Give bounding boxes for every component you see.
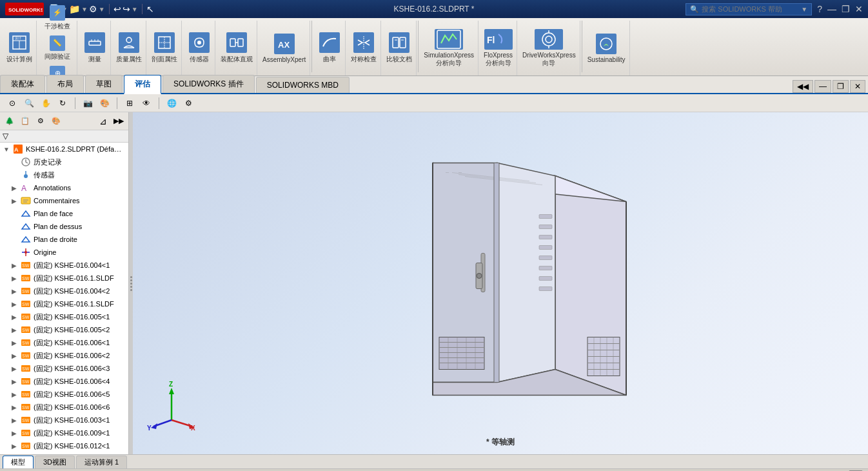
restore-button[interactable]: ❐ — [842, 4, 850, 14]
tree-part-item[interactable]: ▶ SW (固定) KSHE-016.004<2 — [0, 285, 128, 297]
tree-part-item[interactable]: ▶ SW (固定) KSHE-016.012<1 — [0, 439, 128, 452]
toolbar-item-mass[interactable]: 质量属性 — [112, 21, 146, 75]
sustainability-icon[interactable] — [596, 34, 616, 54]
display-style-button[interactable]: 🎨 — [97, 96, 112, 110]
measure-icon[interactable] — [84, 32, 105, 53]
panel-expand-icon[interactable]: ◀◀ — [793, 80, 813, 93]
tree-plan-dessus[interactable]: Plan de dessus — [0, 220, 128, 233]
cursor-icon[interactable]: ↖ — [146, 4, 154, 14]
tree-root[interactable]: ▼ A KSHE-016.2.SLDPRT (Défa… — [0, 143, 128, 155]
toolbar-item-sensor[interactable]: 传感器 — [183, 21, 215, 75]
toolbar-item-check[interactable]: ⚡ 干涉检查 📏 间隙验证 ⊕ 孔对齐 — [38, 21, 77, 75]
zoom-fit-button[interactable]: ⊙ — [5, 96, 19, 110]
tree-origine[interactable]: Origine — [0, 246, 128, 259]
appearance-btn[interactable]: 🎨 — [49, 115, 63, 128]
origine-label: Origine — [34, 248, 56, 256]
mass-icon[interactable] — [119, 32, 139, 53]
hide-show-button[interactable]: 👁 — [139, 96, 153, 110]
tree-part-item[interactable]: ▶ SW (固定) KSHE-016.003<1 — [0, 414, 128, 426]
sensor-icon[interactable] — [189, 32, 210, 53]
toolbar-item-curvature[interactable]: 曲率 — [313, 21, 346, 75]
toolbar-item-design[interactable]: 设计 设计算例 — [3, 21, 37, 75]
tree-sensors[interactable]: 传感器 — [0, 168, 128, 181]
expand-panel-btn[interactable]: ▶▶ — [112, 115, 126, 128]
tree-part-item[interactable]: ▶ SW (固定) KSHE-016.006<3 — [0, 362, 128, 375]
zoom-in-button[interactable]: 🔍 — [22, 96, 36, 110]
tree-part-item[interactable]: ▶ SW (固定) KSHE-016.009<1 — [0, 426, 128, 439]
tree-part-item[interactable]: ▶ SW (固定) KSHE-016.1.SLDF — [0, 297, 128, 310]
config-btn[interactable]: ⚙ — [34, 115, 48, 128]
driveworks-label: DriveWorksXpress向导 — [522, 52, 576, 68]
undo-icon[interactable]: ↩ — [113, 4, 121, 14]
assembly-visual-icon[interactable] — [226, 32, 247, 53]
close-button[interactable]: ✕ — [855, 4, 863, 14]
tree-part-item[interactable]: ▶ SW (固定) KSHE-016.004<1 — [0, 259, 128, 272]
property-btn[interactable]: 📋 — [18, 115, 32, 128]
toolbar-item-symmetry[interactable]: 对称检查 — [347, 21, 381, 75]
minimize-button[interactable]: — — [827, 4, 836, 14]
simulation-icon[interactable] — [435, 29, 463, 50]
search-input[interactable] — [702, 5, 798, 13]
tree-part-item[interactable]: ▶ SW (固定) KSHE-016.1.SLDF — [0, 272, 128, 285]
tree-part-item[interactable]: ▶ SW (固定) KSHE-016.005<1 — [0, 310, 128, 323]
interfere-check[interactable]: ⚡ 干涉检查 — [42, 4, 73, 32]
view-settings-button[interactable]: ⚙ — [181, 96, 195, 110]
feature-tree-btn[interactable]: 🌲 — [3, 115, 17, 128]
rotate-button[interactable]: ↻ — [55, 96, 70, 110]
3d-viewport[interactable]: Z X Y * 等轴测 — [133, 112, 868, 454]
bottom-tab-3d[interactable]: 3D视图 — [35, 456, 75, 468]
tree-part-item[interactable]: ▶ SW (固定) KSHE-016.006<1 — [0, 336, 128, 349]
tree-part-item[interactable]: ▶ SW (固定) KSHE-016.006<6 — [0, 401, 128, 414]
tree-part-item[interactable]: ▶ SW (固定) KSHE-016.006<5 — [0, 388, 128, 401]
tree-part-item[interactable]: ▶ SW (固定) KSHE-016.006<2 — [0, 349, 128, 362]
svg-text:SW: SW — [22, 276, 30, 281]
toolbar-item-section[interactable]: 剖面属性 — [148, 21, 182, 75]
design-calc-icon[interactable]: 设计 — [9, 32, 30, 53]
tree-part-item[interactable]: ▶ SW (固定) KSHE-016.005<2 — [0, 323, 128, 336]
toolbar-item-measure[interactable]: 测量 — [79, 21, 111, 75]
tree-plan-face[interactable]: Plan de face — [0, 207, 128, 220]
xpert-icon[interactable]: AX — [274, 34, 295, 54]
gap-verify[interactable]: 📏 间隙验证 — [42, 34, 73, 63]
tab-layout[interactable]: 布局 — [46, 75, 84, 93]
section-icon[interactable] — [154, 32, 175, 53]
tree-annotations[interactable]: ▶ A Annotations — [0, 181, 128, 194]
search-bar[interactable]: 🔍 ▼ — [686, 3, 812, 15]
flow-icon[interactable]: Fl — [484, 29, 513, 50]
tree-part-item[interactable]: ▶ SW (固定) KSHE-016.006<4 — [0, 375, 128, 388]
tree-history[interactable]: 历史记录 — [0, 155, 128, 168]
curvature-icon[interactable] — [319, 32, 340, 53]
tab-evaluate[interactable]: 评估 — [124, 75, 161, 94]
tree-part-item[interactable]: ▶ SW (固定) KSHE-016.013<1 — [0, 452, 128, 454]
help-icon[interactable]: ? — [817, 4, 822, 14]
toolbar-item-assembly[interactable]: 装配体直观 — [217, 21, 257, 75]
toolbar-item-driveworks[interactable]: DriveWorksXpress向导 — [518, 21, 580, 75]
close-panel-icon[interactable]: ✕ — [850, 80, 865, 93]
symmetry-icon[interactable] — [353, 32, 374, 53]
bottom-tab-model[interactable]: 模型 — [3, 456, 34, 468]
bottom-tab-motion[interactable]: 运动算例 1 — [76, 456, 127, 468]
tab-solidworks-plugins[interactable]: SOLIDWORKS 插件 — [163, 75, 255, 93]
toolbar-item-sustainability[interactable]: Sustainability — [584, 21, 630, 75]
tab-sketch[interactable]: 草图 — [85, 75, 123, 93]
view-orient-button[interactable]: 📷 — [81, 96, 95, 110]
tab-solidworks-mbd[interactable]: SOLIDWORKS MBD — [256, 77, 350, 93]
tree-commentaires[interactable]: ▶ Commentaires — [0, 194, 128, 207]
toolbar-item-flow[interactable]: Fl FloXpress分析向导 — [480, 21, 517, 75]
tree-plan-droite[interactable]: Plan de droite — [0, 233, 128, 246]
minimize-panel-icon[interactable]: — — [814, 80, 831, 93]
driveworks-icon[interactable] — [535, 29, 563, 50]
compare-icon[interactable] — [389, 32, 409, 53]
section-view-button[interactable]: ⊞ — [123, 96, 137, 110]
redo-icon[interactable]: ↪ — [123, 4, 130, 14]
options-icon[interactable]: ⚙ — [89, 4, 97, 14]
toolbar-item-simulation[interactable]: SimulationXpress分析向导 — [420, 21, 478, 75]
filter-btn[interactable]: ⊿ — [96, 115, 110, 128]
svg-text:SW: SW — [22, 289, 30, 294]
toolbar-item-xpert[interactable]: AX AssemblyXpert — [259, 21, 310, 75]
toolbar-item-compare[interactable]: 比较文档 — [382, 21, 417, 75]
pan-button[interactable]: ✋ — [39, 96, 53, 110]
view-color-button[interactable]: 🌐 — [164, 96, 179, 110]
tab-assembly[interactable]: 装配体 — [0, 75, 45, 93]
restore-panel-icon[interactable]: ❐ — [833, 80, 849, 93]
